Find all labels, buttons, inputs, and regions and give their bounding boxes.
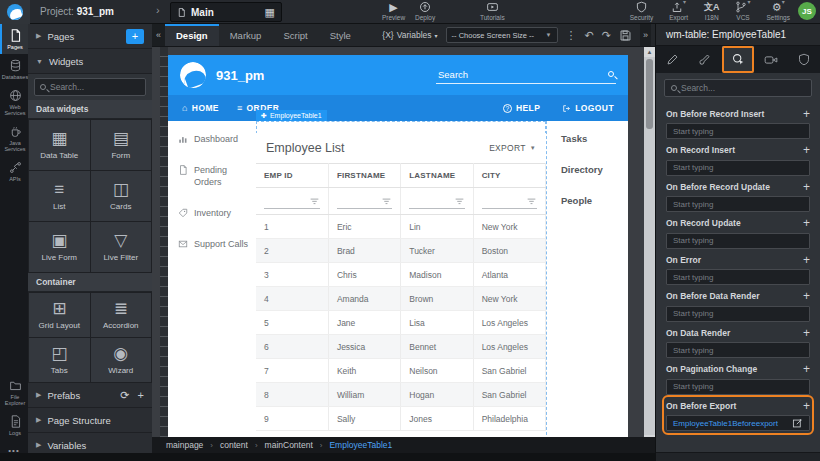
breadcrumb-item[interactable]: mainpage xyxy=(166,440,203,450)
event-handler-input[interactable]: Start typing xyxy=(666,306,810,322)
table-row[interactable]: 8 William Hogan San Gabriel xyxy=(256,383,546,407)
table-row[interactable]: 6 Jessica Bennet Los Angeles xyxy=(256,335,546,359)
nav-item-help[interactable]: ?HELP xyxy=(503,103,540,113)
event-handler-input[interactable]: Start typing xyxy=(666,342,810,358)
widget-selection-tag[interactable]: ✚ EmployeeTable1 xyxy=(256,110,327,121)
table-row[interactable]: 5 Jane Lisa Los Angeles xyxy=(256,311,546,335)
rail-item-web-services[interactable]: Web Services xyxy=(0,84,28,120)
widget-tile[interactable]: ⊞ Grid Layout xyxy=(29,293,90,337)
tab-properties[interactable] xyxy=(656,46,689,73)
sidebar-item-support-calls[interactable]: Support Calls xyxy=(178,238,256,250)
undo-button[interactable]: ↶ xyxy=(585,29,594,42)
selected-table-widget[interactable]: ✚ EmployeeTable1 Employee List EXPORT▼ E… xyxy=(256,121,546,445)
canvas-tab[interactable]: Style xyxy=(319,24,362,46)
add-event-button[interactable]: + xyxy=(803,145,810,155)
add-event-button[interactable]: + xyxy=(803,182,810,192)
rail-item-databases[interactable]: Databases xyxy=(0,54,28,84)
rail-item-apis[interactable]: APIs xyxy=(0,156,28,186)
column-filter-input[interactable] xyxy=(474,188,547,214)
add-event-button[interactable]: + xyxy=(803,328,810,338)
add-event-button[interactable]: + xyxy=(803,364,810,374)
add-event-button[interactable]: + xyxy=(803,291,810,301)
table-row[interactable]: 9 Sally Jones Philadelphia xyxy=(256,407,546,431)
tutorials-button[interactable]: Tutorials xyxy=(480,1,505,21)
column-filter-input[interactable] xyxy=(256,188,329,214)
event-handler-input[interactable]: Start typing xyxy=(666,123,810,139)
save-button[interactable] xyxy=(619,29,632,42)
widget-tile[interactable]: ▦ Data Table xyxy=(29,120,90,170)
tab-styles[interactable] xyxy=(689,46,722,73)
rail-item-logs[interactable]: Logs xyxy=(0,410,28,440)
add-page-button[interactable]: + xyxy=(126,29,144,44)
right-link[interactable]: People xyxy=(561,195,628,206)
rail-item-file-explorer[interactable]: File Explorer xyxy=(0,374,28,410)
settings-button[interactable]: ⚙▾ Settings xyxy=(767,1,791,21)
scroll-up-icon[interactable]: ▲ xyxy=(644,47,655,57)
event-handler-value[interactable]: EmployeeTable1Beforeexport xyxy=(666,415,810,431)
add-event-button[interactable]: + xyxy=(803,401,810,411)
sidebar-item-inventory[interactable]: Inventory xyxy=(178,207,256,219)
preview-button[interactable]: ▶Preview xyxy=(382,1,405,21)
table-row[interactable]: 7 Keith Neilson San Gabriel xyxy=(256,359,546,383)
widgets-section-header[interactable]: ▼ Widgets xyxy=(28,49,152,74)
widget-tile[interactable]: ▽ Live Filter xyxy=(91,222,152,272)
canvas-scrollbar[interactable]: ▲ ▼ xyxy=(644,47,655,445)
column-header[interactable]: EMP ID xyxy=(256,164,328,188)
sidebar-item-dashboard[interactable]: Dashboard xyxy=(178,133,256,145)
events-search-input[interactable]: Search... xyxy=(664,79,812,97)
pages-grid-icon[interactable]: ▦ xyxy=(265,6,275,19)
scrollbar-thumb[interactable] xyxy=(646,59,653,129)
widget-tile[interactable]: ▣ Live Form xyxy=(29,222,90,272)
rail-item-java-services[interactable]: Java Services xyxy=(0,120,28,156)
canvas-tab[interactable]: Markup xyxy=(219,24,273,46)
collapse-panel-button[interactable]: « xyxy=(152,24,165,46)
more-options-button[interactable]: ⋮ xyxy=(566,29,577,42)
event-handler-input[interactable]: Start typing xyxy=(666,160,810,176)
page-selector[interactable]: Main ▦ xyxy=(170,2,282,22)
column-filter-input[interactable] xyxy=(329,188,402,214)
canvas-tab[interactable]: Design xyxy=(165,24,219,46)
nav-item-home[interactable]: ⌂HOME xyxy=(182,103,219,113)
table-row[interactable]: 1 Eric Lin New York xyxy=(256,215,546,239)
tab-events[interactable] xyxy=(722,46,755,73)
add-event-button[interactable]: + xyxy=(803,218,810,228)
breadcrumb-current[interactable]: EmployeeTable1 xyxy=(329,440,392,450)
widget-tile[interactable]: ▤ Form xyxy=(91,120,152,170)
redo-button[interactable]: ↷ xyxy=(602,29,611,42)
nav-item-logout[interactable]: LOGOUT xyxy=(562,103,614,113)
table-row[interactable]: 2 Brad Tucker Boston xyxy=(256,239,546,263)
rail-item-pages[interactable]: Pages xyxy=(0,24,28,54)
add-event-button[interactable]: + xyxy=(803,109,810,119)
column-header[interactable]: CITY xyxy=(473,164,545,188)
breadcrumb-item[interactable]: mainContent xyxy=(265,440,313,450)
breadcrumb-item[interactable]: content xyxy=(220,440,248,450)
edit-script-icon[interactable] xyxy=(792,418,803,429)
panel-section-header[interactable]: ▶ Prefabs ⟳+ xyxy=(28,383,152,408)
variables-dropdown[interactable]: {X} Variables ▾ xyxy=(382,30,437,40)
deploy-button[interactable]: Deploy xyxy=(415,1,435,21)
event-handler-input[interactable]: Start typing xyxy=(666,233,810,249)
right-link[interactable]: Directory xyxy=(561,164,628,175)
user-avatar[interactable]: JS xyxy=(798,2,816,20)
widget-tile[interactable]: ◰ Tabs xyxy=(29,338,90,382)
widget-tile[interactable]: ◉ Wizard xyxy=(91,338,152,382)
pages-section-header[interactable]: ▶ Pages + xyxy=(28,24,152,49)
sidebar-item-pending-orders[interactable]: Pending Orders xyxy=(178,164,256,188)
i18n-button[interactable]: 文A I18N xyxy=(704,1,720,21)
column-header[interactable]: FIRSTNAME xyxy=(328,164,400,188)
export-button[interactable]: EXPORT▼ xyxy=(489,143,536,153)
table-row[interactable]: 4 Amanda Brown New York xyxy=(256,287,546,311)
canvas-tab[interactable]: Script xyxy=(272,24,318,46)
event-handler-input[interactable]: Start typing xyxy=(666,379,810,395)
export-button[interactable]: ▾ Export xyxy=(669,1,688,21)
widget-tile[interactable]: ◫ Cards xyxy=(91,171,152,221)
security-button[interactable]: Security xyxy=(630,1,653,21)
event-handler-input[interactable]: Start typing xyxy=(666,269,810,285)
column-header[interactable]: LASTNAME xyxy=(401,164,473,188)
widget-search-input[interactable]: Search... xyxy=(34,78,146,96)
table-row[interactable]: 3 Chris Madison Atlanta xyxy=(256,263,546,287)
wavemaker-logo[interactable] xyxy=(0,0,30,24)
vcs-button[interactable]: ▾ VCS xyxy=(735,1,750,21)
tab-security[interactable] xyxy=(787,46,820,73)
right-link[interactable]: Tasks xyxy=(561,133,628,144)
